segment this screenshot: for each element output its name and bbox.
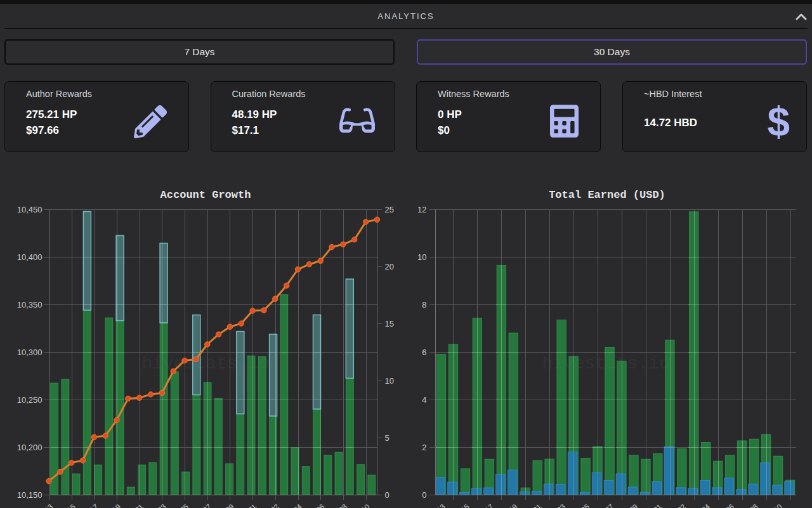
svg-text:25: 25 <box>385 205 394 214</box>
svg-text:05-29: 05-29 <box>216 503 235 508</box>
svg-text:05-27: 05-27 <box>596 503 615 508</box>
svg-text:06-02: 06-02 <box>668 503 687 508</box>
svg-text:06-06: 06-06 <box>716 503 735 508</box>
svg-text:4: 4 <box>422 395 426 405</box>
svg-text:10: 10 <box>385 376 394 386</box>
svg-text:05-23: 05-23 <box>148 503 167 508</box>
svg-text:05-23: 05-23 <box>548 503 567 508</box>
svg-text:20: 20 <box>385 262 394 271</box>
svg-text:10,250: 10,250 <box>17 395 43 405</box>
svg-text:0: 0 <box>422 490 426 500</box>
svg-text:05-17: 05-17 <box>476 503 495 508</box>
svg-text:10: 10 <box>417 252 426 262</box>
svg-text:05-15: 05-15 <box>452 503 471 508</box>
svg-text:05-25: 05-25 <box>572 503 591 508</box>
svg-text:10,300: 10,300 <box>17 348 43 357</box>
svg-text:12: 12 <box>417 205 426 214</box>
svg-text:06-06: 06-06 <box>307 503 326 508</box>
svg-text:05-17: 05-17 <box>81 503 100 508</box>
svg-text:05-27: 05-27 <box>193 503 213 508</box>
svg-text:06-02: 06-02 <box>261 503 280 508</box>
svg-text:06-10: 06-10 <box>764 503 783 508</box>
svg-text:5: 5 <box>385 433 390 443</box>
svg-text:Total Earned (USD): Total Earned (USD) <box>549 189 665 201</box>
svg-text:Account Growth: Account Growth <box>160 189 251 201</box>
svg-text:06-08: 06-08 <box>740 503 759 508</box>
svg-text:05-29: 05-29 <box>620 503 639 508</box>
svg-text:8: 8 <box>422 300 426 309</box>
svg-text:0: 0 <box>385 490 390 500</box>
svg-text:05-21: 05-21 <box>524 503 543 508</box>
svg-text:10,400: 10,400 <box>17 252 43 262</box>
svg-text:15: 15 <box>385 319 394 329</box>
svg-text:06-04: 06-04 <box>284 502 303 508</box>
svg-text:06-08: 06-08 <box>329 503 348 508</box>
svg-text:10,200: 10,200 <box>17 443 43 452</box>
svg-text:05-13: 05-13 <box>428 503 447 508</box>
svg-text:05-21: 05-21 <box>126 503 145 508</box>
svg-text:06-04: 06-04 <box>692 502 711 508</box>
svg-text:05-25: 05-25 <box>171 503 190 508</box>
svg-text:10,350: 10,350 <box>17 300 43 309</box>
svg-text:05-31: 05-31 <box>644 503 663 508</box>
svg-text:6: 6 <box>422 348 426 357</box>
svg-text:05-15: 05-15 <box>58 503 77 508</box>
svg-text:05-13: 05-13 <box>35 503 54 508</box>
svg-text:10,150: 10,150 <box>17 490 43 500</box>
svg-text:06-10: 06-10 <box>352 503 371 508</box>
svg-text:05-19: 05-19 <box>103 503 122 508</box>
svg-text:2: 2 <box>422 443 426 452</box>
svg-text:05-19: 05-19 <box>500 503 519 508</box>
svg-text:10,450: 10,450 <box>17 205 43 214</box>
svg-text:05-31: 05-31 <box>239 503 258 508</box>
